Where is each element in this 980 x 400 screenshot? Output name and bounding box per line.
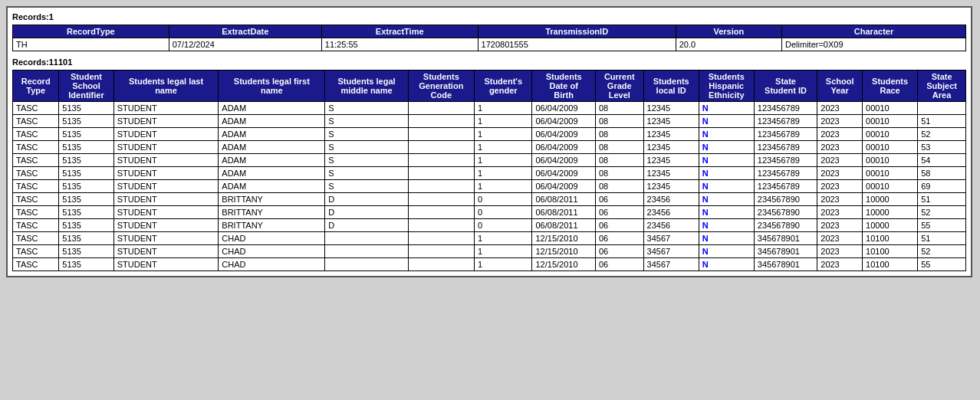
table-cell: 54 <box>918 154 966 167</box>
header-col-version: Version <box>676 25 781 38</box>
table-cell: 06/04/2009 <box>532 167 595 180</box>
table-cell: D <box>325 206 408 219</box>
table-cell: 12345 <box>643 128 699 141</box>
table-cell: 10000 <box>863 193 918 206</box>
table-cell: 12/15/2010 <box>532 258 595 271</box>
table-cell: 123456789 <box>754 180 817 193</box>
table-cell: N <box>699 258 754 271</box>
table-cell: 12/15/2010 <box>532 232 595 245</box>
table-cell: 123456789 <box>754 154 817 167</box>
table-cell: 123456789 <box>754 128 817 141</box>
table-cell: 1 <box>474 102 531 115</box>
header-cell-character: Delimiter=0X09 <box>782 38 966 51</box>
table-cell: 234567890 <box>754 219 817 232</box>
header-cell-extracttime: 11:25:55 <box>321 38 478 51</box>
table-cell: ADAM <box>219 141 325 154</box>
table-cell: 5135 <box>59 232 113 245</box>
table-cell: 234567890 <box>754 193 817 206</box>
header-table: RecordType ExtractDate ExtractTime Trans… <box>12 25 966 51</box>
table-cell: 5135 <box>59 193 113 206</box>
table-cell: 00010 <box>863 115 918 128</box>
table-cell: 5135 <box>59 245 113 258</box>
table-cell: N <box>699 115 754 128</box>
table-row: TASC5135STUDENTADAMS106/04/20090812345N1… <box>13 167 966 180</box>
table-cell: 5135 <box>59 206 113 219</box>
table-cell: STUDENT <box>113 232 219 245</box>
table-cell: 51 <box>918 232 966 245</box>
table-cell: 123456789 <box>754 102 817 115</box>
table-cell: 2023 <box>817 180 863 193</box>
table-cell: 10100 <box>863 245 918 258</box>
table-cell: 34567 <box>643 232 699 245</box>
table-cell <box>408 115 474 128</box>
table-cell <box>325 232 408 245</box>
table-cell: 2023 <box>817 206 863 219</box>
header-col-transmissionid: TransmissionID <box>478 25 676 38</box>
table-row: TASC5135STUDENTBRITTANYD006/08/201106234… <box>13 219 966 232</box>
table-cell <box>325 245 408 258</box>
table-row: TASC5135STUDENTADAMS106/04/20090812345N1… <box>13 141 966 154</box>
header-cell-version: 20.0 <box>676 38 781 51</box>
table-cell <box>408 154 474 167</box>
table-cell: 2023 <box>817 245 863 258</box>
table-cell: 06 <box>595 219 643 232</box>
table-cell: S <box>325 167 408 180</box>
table-row: TASC5135STUDENTBRITTANYD006/08/201106234… <box>13 206 966 219</box>
main-container: Records:1 RecordType ExtractDate Extract… <box>6 6 972 277</box>
header-cell-recordtype: TH <box>13 38 169 51</box>
table-cell: 5135 <box>59 115 113 128</box>
table-cell: 00010 <box>863 167 918 180</box>
table-cell: 2023 <box>817 167 863 180</box>
table-cell <box>408 141 474 154</box>
table-cell: 08 <box>595 141 643 154</box>
header-col-extracttime: ExtractTime <box>321 25 478 38</box>
table-cell: TASC <box>13 193 59 206</box>
table-cell: 123456789 <box>754 115 817 128</box>
header-col-recordtype: RecordType <box>13 25 169 38</box>
table-cell: 10000 <box>863 219 918 232</box>
table-cell: 08 <box>595 102 643 115</box>
table-cell: 53 <box>918 141 966 154</box>
table-cell: S <box>325 102 408 115</box>
table-cell: TASC <box>13 232 59 245</box>
table-cell: 55 <box>918 258 966 271</box>
table-cell <box>408 232 474 245</box>
table-cell: BRITTANY <box>219 193 325 206</box>
table-cell: N <box>699 206 754 219</box>
table-cell: N <box>699 167 754 180</box>
table-cell: STUDENT <box>113 128 219 141</box>
table-cell: CHAD <box>219 245 325 258</box>
table-cell: 69 <box>918 180 966 193</box>
table-cell: TASC <box>13 102 59 115</box>
col-last-name: Students legal lastname <box>113 70 219 102</box>
header-cell-transmissionid: 1720801555 <box>478 38 676 51</box>
table-cell: 34567 <box>643 245 699 258</box>
table-cell: S <box>325 141 408 154</box>
table-cell: 08 <box>595 154 643 167</box>
table-cell: 1 <box>474 245 531 258</box>
col-gender: Student'sgender <box>474 70 531 102</box>
table-cell: 2023 <box>817 128 863 141</box>
table-cell: 123456789 <box>754 141 817 154</box>
header-col-extractdate: ExtractDate <box>169 25 321 38</box>
table-cell: STUDENT <box>113 141 219 154</box>
table-cell: 12345 <box>643 102 699 115</box>
records-1-label: Records:1 <box>12 12 966 21</box>
table-cell: S <box>325 154 408 167</box>
table-cell <box>408 128 474 141</box>
table-cell: STUDENT <box>113 115 219 128</box>
table-cell: 06/08/2011 <box>532 193 595 206</box>
col-state-student-id: StateStudent ID <box>754 70 817 102</box>
table-cell: CHAD <box>219 232 325 245</box>
table-cell: 08 <box>595 128 643 141</box>
table-cell <box>408 219 474 232</box>
table-row: TASC5135STUDENTBRITTANYD006/08/201106234… <box>13 193 966 206</box>
table-cell: 345678901 <box>754 232 817 245</box>
table-cell: 00010 <box>863 180 918 193</box>
header-col-character: Character <box>782 25 966 38</box>
table-cell: 06/04/2009 <box>532 154 595 167</box>
table-row: TASC5135STUDENTADAMS106/04/20090812345N1… <box>13 128 966 141</box>
table-cell: 2023 <box>817 219 863 232</box>
table-cell <box>408 180 474 193</box>
table-cell: 58 <box>918 167 966 180</box>
